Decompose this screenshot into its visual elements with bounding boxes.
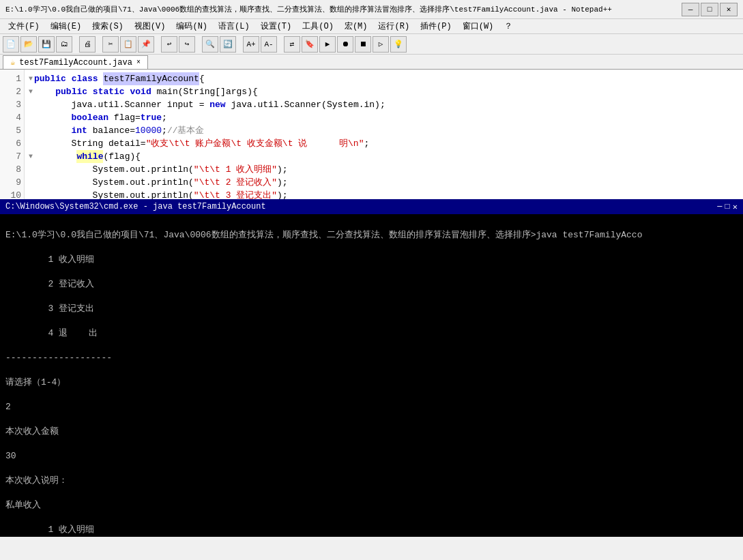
cmd-input-desc: 私单收入 [5, 499, 738, 512]
toolbar-open[interactable]: 📂 [20, 36, 37, 53]
code-line-7: ▼ while(flag){ [29, 150, 739, 163]
toolbar-print[interactable]: 🖨 [79, 36, 96, 53]
tab-bar: ☕ test7FamilyAccount.java × [0, 55, 743, 70]
menu-tools[interactable]: 工具(O) [297, 19, 339, 33]
toolbar-find[interactable]: 🔍 [202, 36, 218, 53]
code-line-3: java.util.Scanner input = new java.util.… [29, 98, 739, 111]
toolbar-playback[interactable]: ▷ [373, 36, 389, 53]
cmd-maximize[interactable]: □ [725, 202, 730, 212]
editor-panel: 1 2 3 4 5 6 7 8 9 10 ▼public class test7… [0, 70, 743, 199]
code-line-10: System.out.println("\t\t 3 登记支出"); [29, 189, 739, 199]
line-numbers: 1 2 3 4 5 6 7 8 9 10 [0, 70, 25, 199]
tab-label: test7FamilyAccount.java [19, 58, 132, 68]
cmd-title-text: C:\Windows\System32\cmd.exe - java test7… [5, 202, 266, 211]
toolbar-cut[interactable]: ✂ [102, 36, 119, 53]
toolbar-copy[interactable]: 📋 [120, 36, 136, 53]
menu-plugins[interactable]: 插件(P) [415, 19, 457, 33]
toolbar-run[interactable]: ▶ [319, 36, 336, 53]
menu-encode[interactable]: 编码(N) [171, 19, 213, 33]
cmd-close[interactable]: ✕ [733, 202, 738, 212]
cmd-separator-1: -------------------- [5, 352, 738, 364]
tab-close-button[interactable]: × [136, 59, 141, 66]
cmd-menu-item-1-1: 1 收入明细 [5, 254, 738, 266]
toolbar-stop[interactable]: ⏹ [355, 36, 371, 53]
cmd-menu-item-1-2: 2 登记收入 [5, 278, 738, 291]
collapse-icon-2[interactable]: ▼ [29, 85, 33, 98]
cmd-window: C:\Windows\System32\cmd.exe - java test7… [0, 199, 743, 537]
collapse-icon-1[interactable]: ▼ [29, 72, 33, 85]
cmd-menu-item-1-3: 3 登记支出 [5, 303, 738, 315]
cmd-minimize[interactable]: — [717, 202, 722, 212]
menu-run[interactable]: 运行(R) [373, 19, 415, 33]
toolbar-record[interactable]: ⏺ [337, 36, 353, 53]
toolbar-redo[interactable]: ↪ [179, 36, 195, 53]
cmd-menu-item-2-1: 1 收入明细 [5, 524, 738, 536]
menu-view[interactable]: 视图(V) [129, 19, 171, 33]
close-button[interactable]: ✕ [720, 3, 738, 16]
collapse-icon-7[interactable]: ▼ [29, 150, 33, 163]
menu-edit[interactable]: 编辑(E) [45, 19, 87, 33]
cmd-label-desc: 本次收入说明： [5, 475, 738, 487]
menu-macro[interactable]: 宏(M) [339, 19, 373, 33]
menu-help[interactable]: ？ [499, 19, 518, 33]
code-line-1: ▼public class test7FamilyAccount{ [29, 72, 739, 85]
cmd-prompt-1: 请选择（1-4） [5, 377, 738, 389]
menu-bar: 文件(F) 编辑(E) 搜索(S) 视图(V) 编码(N) 语言(L) 设置(T… [0, 19, 743, 34]
code-line-2: ▼ public static void main(String[]args){ [29, 85, 739, 98]
cmd-input-1: 2 [5, 401, 738, 413]
cmd-input-amount: 30 [5, 450, 738, 462]
toolbar-zoom-in[interactable]: A+ [243, 36, 259, 53]
code-area[interactable]: ▼public class test7FamilyAccount{ ▼ publ… [25, 70, 743, 199]
cmd-menu-item-1-4: 4 退 出 [5, 327, 738, 340]
toolbar-zoom-out[interactable]: A- [261, 36, 277, 53]
toolbar: 📄 📂 💾 🗂 🖨 ✂ 📋 📌 ↩ ↪ 🔍 🔄 A+ A- ⇄ 🔖 ▶ ⏺ ⏹ … [0, 34, 743, 55]
editor-tab[interactable]: ☕ test7FamilyAccount.java × [3, 55, 148, 69]
code-line-6: String detail="收支\t\t 账户金额\t 收支金额\t 说 明\… [29, 137, 739, 150]
tab-icon: ☕ [10, 57, 15, 68]
cmd-path-line: E:\1.0学习\0.0我自己做的项目\71、Java\0006数组的查找算法，… [5, 229, 738, 241]
title-bar: E:\1.0学习\0.0我自己做的项目\71、Java\0006数组的查找算法，… [0, 0, 743, 19]
toolbar-save-macro[interactable]: 💡 [390, 36, 407, 53]
cmd-title-bar: C:\Windows\System32\cmd.exe - java test7… [0, 199, 743, 214]
code-line-8: System.out.println("\t\t 1 收入明细"); [29, 163, 739, 176]
toolbar-new[interactable]: 📄 [3, 36, 19, 53]
cmd-content: E:\1.0学习\0.0我自己做的项目\71、Java\0006数组的查找算法，… [0, 214, 743, 537]
toolbar-sync[interactable]: ⇄ [284, 36, 300, 53]
toolbar-paste[interactable]: 📌 [138, 36, 154, 53]
menu-language[interactable]: 语言(L) [213, 19, 255, 33]
toolbar-saveall[interactable]: 🗂 [56, 36, 72, 53]
code-line-9: System.out.println("\t\t 2 登记收入"); [29, 176, 739, 189]
toolbar-undo[interactable]: ↩ [161, 36, 177, 53]
code-line-5: int balance=10000;//基本金 [29, 124, 739, 137]
menu-file[interactable]: 文件(F) [3, 19, 45, 33]
code-line-4: boolean flag=true; [29, 111, 739, 124]
toolbar-replace[interactable]: 🔄 [220, 36, 236, 53]
toolbar-bookmark[interactable]: 🔖 [302, 36, 318, 53]
minimize-button[interactable]: — [682, 3, 699, 16]
maximize-button[interactable]: □ [701, 3, 718, 16]
window-controls: — □ ✕ [682, 3, 738, 16]
cmd-label-income: 本次收入金额 [5, 426, 738, 438]
menu-search[interactable]: 搜索(S) [87, 19, 129, 33]
toolbar-save[interactable]: 💾 [38, 36, 55, 53]
menu-settings[interactable]: 设置(T) [255, 19, 297, 33]
menu-window[interactable]: 窗口(W) [457, 19, 499, 33]
window-title: E:\1.0学习\0.0我自己做的项目\71、Java\0006数组的查找算法，… [5, 4, 682, 14]
